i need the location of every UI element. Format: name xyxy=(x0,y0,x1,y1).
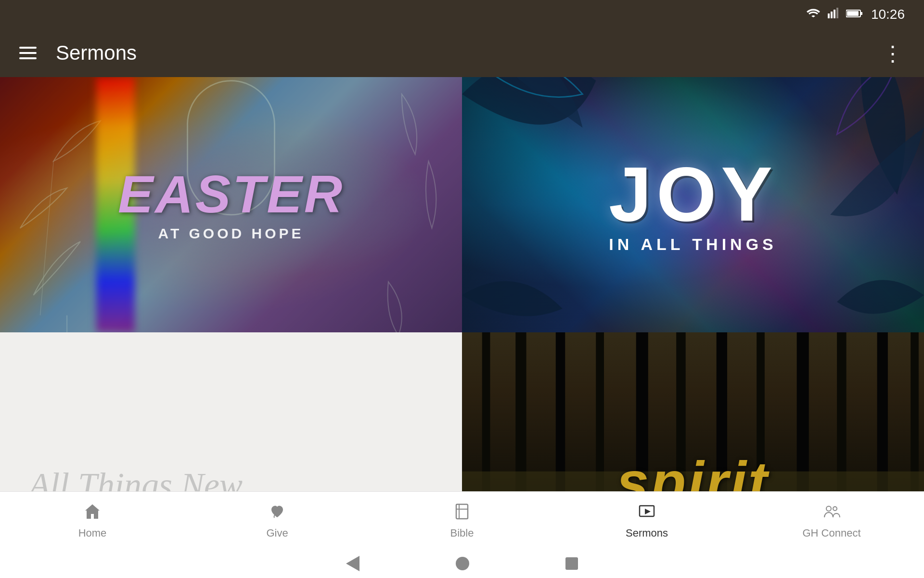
nav-item-home[interactable]: Home xyxy=(0,502,185,539)
nav-item-bible[interactable]: Bible xyxy=(370,502,554,539)
signal-icon xyxy=(828,8,838,21)
sermon-card-joy[interactable]: JOY IN ALL THINGS xyxy=(462,77,924,332)
app-bar: Sermons ⋮ xyxy=(0,29,924,77)
svg-rect-24 xyxy=(456,504,468,519)
page-title: Sermons xyxy=(56,41,882,65)
nav-item-ghconnect[interactable]: GH Connect xyxy=(739,502,924,539)
svg-rect-19 xyxy=(797,332,809,491)
svg-point-29 xyxy=(826,506,831,511)
svg-rect-20 xyxy=(837,332,846,491)
svg-point-30 xyxy=(833,507,837,511)
svg-rect-14 xyxy=(596,332,604,491)
svg-rect-22 xyxy=(911,332,919,491)
svg-rect-3 xyxy=(836,8,838,18)
sermon-card-easter[interactable]: EASTER AT GOOD HOPE xyxy=(0,77,462,332)
svg-rect-1 xyxy=(831,12,833,18)
bible-icon xyxy=(452,502,472,523)
svg-rect-5 xyxy=(847,11,859,16)
easter-title: EASTER xyxy=(118,168,344,221)
recents-button[interactable] xyxy=(565,557,578,570)
home-button[interactable] xyxy=(456,557,469,570)
sermons-icon xyxy=(637,502,656,523)
easter-subtitle: AT GOOD HOPE xyxy=(118,225,344,242)
sermon-card-allthings[interactable]: All Things New xyxy=(0,332,462,491)
menu-button[interactable] xyxy=(19,47,37,59)
content-grid: EASTER AT GOOD HOPE JOY IN ALL THINGS Al… xyxy=(0,77,924,491)
svg-rect-13 xyxy=(556,332,565,491)
status-bar: 10:26 xyxy=(0,0,924,29)
svg-rect-2 xyxy=(834,10,835,18)
sermon-card-spirit[interactable]: spirit xyxy=(462,332,924,491)
svg-rect-0 xyxy=(828,13,830,18)
give-icon xyxy=(268,502,287,523)
back-button[interactable] xyxy=(346,556,359,571)
spirit-title: spirit xyxy=(616,449,769,491)
time-display: 10:26 xyxy=(871,7,905,22)
bottom-navigation: Home Give Bible Sermons xyxy=(0,491,924,549)
ghconnect-icon xyxy=(822,502,841,523)
svg-rect-6 xyxy=(860,12,862,15)
svg-line-9 xyxy=(40,161,53,315)
battery-icon xyxy=(846,9,863,20)
wifi-icon xyxy=(807,8,820,21)
svg-rect-21 xyxy=(877,332,888,491)
nav-item-give[interactable]: Give xyxy=(185,502,370,539)
joy-title: JOY xyxy=(609,156,777,233)
svg-rect-11 xyxy=(482,332,490,491)
allthings-title: All Things New xyxy=(29,464,243,491)
more-options-button[interactable]: ⋮ xyxy=(882,41,905,66)
system-navigation xyxy=(0,549,924,578)
joy-subtitle: IN ALL THINGS xyxy=(609,235,777,254)
nav-item-sermons[interactable]: Sermons xyxy=(554,502,739,539)
svg-rect-12 xyxy=(515,332,526,491)
svg-marker-28 xyxy=(645,509,651,514)
home-icon xyxy=(83,502,102,523)
